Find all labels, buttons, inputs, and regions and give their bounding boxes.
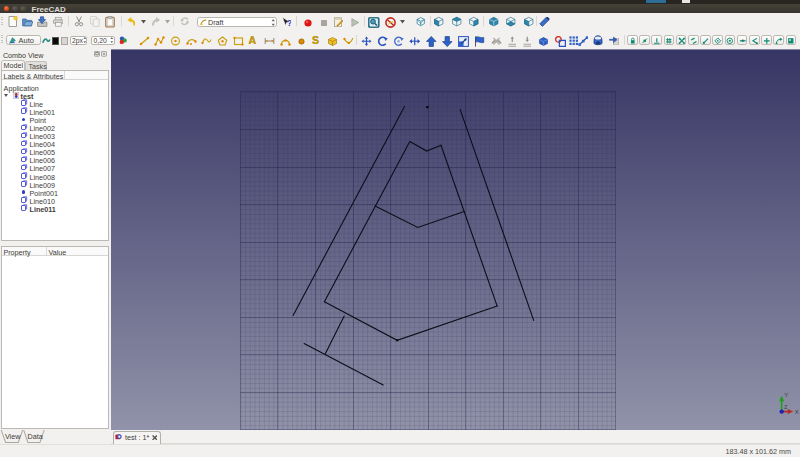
svg-text:Y: Y (784, 392, 788, 398)
svg-text:X: X (795, 409, 799, 415)
svg-text:?: ? (286, 17, 291, 27)
svg-text:Z: Z (784, 404, 787, 410)
